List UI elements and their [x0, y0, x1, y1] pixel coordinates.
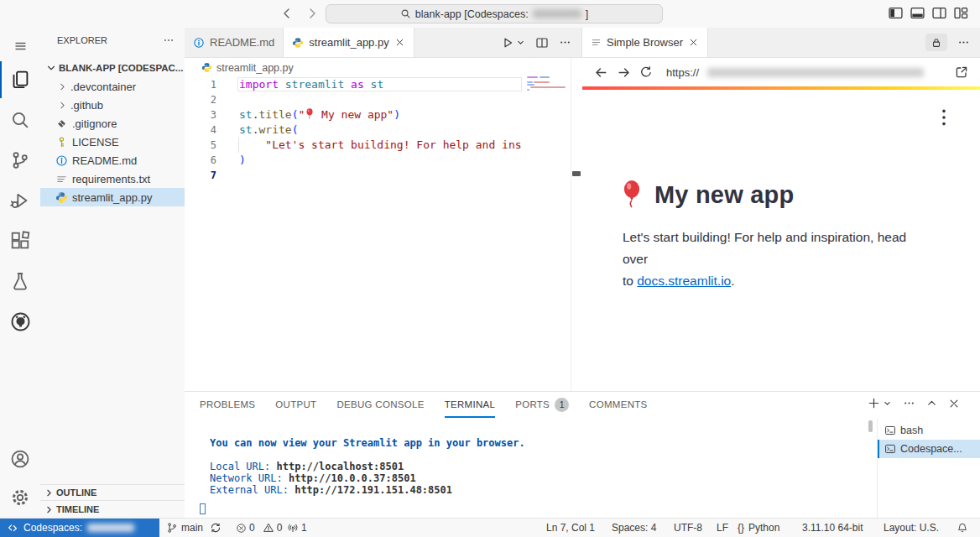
- error-count: 0: [249, 522, 255, 534]
- toggle-secondary-sidebar-icon[interactable]: [932, 7, 946, 19]
- arrow-right-icon: [305, 7, 319, 20]
- history-forward-button[interactable]: [302, 4, 322, 23]
- more-actions-icon[interactable]: [163, 34, 175, 46]
- open-external-icon[interactable]: [955, 65, 968, 79]
- encoding-status[interactable]: UTF-8: [674, 519, 702, 537]
- more-actions-icon[interactable]: [903, 397, 915, 409]
- editor-tab-bar: README.md streamlit_app.py: [185, 28, 581, 58]
- browser-tab-bar: Simple Browser: [582, 28, 980, 58]
- close-icon[interactable]: [688, 37, 699, 48]
- preview-file-icon: [591, 37, 602, 48]
- more-actions-icon[interactable]: [559, 36, 571, 49]
- tree-item-readme[interactable]: README.md: [40, 151, 185, 169]
- ports-status[interactable]: 1: [287, 519, 307, 537]
- ports-badge: 1: [555, 398, 569, 412]
- files-icon: [10, 70, 30, 90]
- branch-status[interactable]: main: [166, 519, 222, 537]
- split-editor-icon[interactable]: [535, 36, 549, 50]
- browser-forward-icon[interactable]: [617, 65, 631, 80]
- run-dropdown-chevron-icon[interactable]: [516, 38, 525, 47]
- python-version-status[interactable]: 3.11.10 64-bit: [802, 519, 863, 537]
- browser-reload-icon[interactable]: [639, 65, 653, 79]
- tree-item-gitignore[interactable]: .gitignore: [40, 114, 185, 133]
- extensions-icon: [10, 231, 30, 251]
- tab-terminal[interactable]: TERMINAL: [445, 392, 496, 418]
- eol-status[interactable]: LF: [717, 519, 728, 537]
- line-number: 3: [185, 107, 220, 123]
- sidebar-item-explorer[interactable]: [0, 61, 40, 98]
- notifications-button[interactable]: [957, 519, 968, 537]
- language-status[interactable]: {}Python: [738, 519, 779, 537]
- toggle-panel-icon[interactable]: [910, 7, 925, 19]
- terminal-session-codespace[interactable]: Codespace...: [878, 440, 980, 458]
- terminal-dropdown-chevron-icon[interactable]: [883, 399, 892, 408]
- tab-readme[interactable]: README.md: [185, 28, 284, 57]
- outline-label: OUTLINE: [56, 487, 96, 498]
- tab-ports[interactable]: PORTS1: [515, 392, 569, 418]
- bell-icon: [957, 522, 968, 534]
- panel-scrollbar-thumb[interactable]: [868, 420, 873, 432]
- tree-item-github-folder[interactable]: .github: [40, 96, 185, 114]
- close-panel-icon[interactable]: [948, 398, 960, 409]
- sidebar-item-source-control[interactable]: [0, 142, 40, 179]
- sync-icon[interactable]: [210, 522, 222, 534]
- breadcrumb[interactable]: streamlit_app.py: [185, 58, 581, 77]
- cursor-position[interactable]: Ln 7, Col 1: [546, 519, 595, 537]
- command-center-search[interactable]: blank-app [Codespaces: ]: [326, 4, 663, 23]
- sidebar-item-testing[interactable]: [0, 263, 40, 300]
- keyboard-layout-status[interactable]: Layout: U.S.: [884, 519, 939, 537]
- sidebar-item-run-debug[interactable]: [0, 182, 40, 219]
- minimap[interactable]: [524, 75, 571, 125]
- scrollbar-handle[interactable]: [572, 171, 581, 176]
- tab-comments[interactable]: COMMENTS: [589, 392, 647, 418]
- simple-browser-group: Simple Browser https:// My new app: [582, 28, 980, 391]
- streamlit-menu-icon[interactable]: [941, 108, 946, 127]
- settings-button[interactable]: [0, 479, 40, 516]
- indentation-status[interactable]: Spaces: 4: [612, 519, 656, 537]
- docs-streamlit-link[interactable]: docs.streamlit.io: [637, 274, 731, 288]
- sidebar-item-extensions[interactable]: [0, 222, 40, 259]
- lock-group-button[interactable]: [925, 34, 947, 51]
- history-back-button[interactable]: [277, 4, 297, 23]
- customize-layout-icon[interactable]: [954, 7, 968, 19]
- tab-debug-console[interactable]: DEBUG CONSOLE: [336, 392, 424, 418]
- balloon-emoji-icon: [305, 108, 315, 120]
- code-line: [239, 92, 522, 107]
- account-button[interactable]: [0, 441, 40, 477]
- menu-button[interactable]: [0, 28, 40, 65]
- tab-simple-browser[interactable]: Simple Browser: [582, 28, 708, 57]
- more-actions-icon[interactable]: [957, 36, 970, 49]
- editor-actions: [501, 28, 581, 57]
- explorer-root-folder[interactable]: BLANK-APP [CODESPAC...: [40, 59, 185, 77]
- tab-problems[interactable]: PROBLEMS: [200, 392, 255, 418]
- tab-streamlit-app[interactable]: streamlit_app.py: [284, 28, 414, 57]
- close-icon[interactable]: [394, 37, 405, 48]
- vscode-window: blank-app [Codespaces: ]: [0, 0, 980, 537]
- workspace-title: blank-app [Codespaces:: [415, 8, 529, 20]
- terminal-output[interactable]: You can now view your Streamlit app in y…: [210, 437, 525, 496]
- terminal-session-bash[interactable]: bash: [878, 421, 980, 440]
- tree-item-devcontainer[interactable]: .devcontainer: [40, 77, 185, 96]
- info-icon: [55, 154, 68, 167]
- code-editor[interactable]: 1import streamlit as st 2 3st.title(" My…: [185, 77, 571, 183]
- remote-indicator[interactable]: Codespaces:: [0, 519, 159, 537]
- new-terminal-icon[interactable]: [868, 397, 880, 409]
- problems-status[interactable]: 0 0: [236, 519, 282, 537]
- tree-item-streamlit-app[interactable]: streamlit_app.py: [40, 188, 185, 206]
- redacted-url[interactable]: [707, 68, 924, 77]
- braces-icon: {}: [738, 522, 744, 534]
- maximize-panel-icon[interactable]: [926, 398, 937, 409]
- sidebar-item-search[interactable]: [0, 102, 40, 138]
- text-file-icon: [55, 173, 68, 185]
- editor-scrollbar[interactable]: [571, 58, 582, 391]
- tree-item-license[interactable]: LICENSE: [40, 133, 185, 151]
- run-button[interactable]: [501, 36, 514, 50]
- tree-item-requirements[interactable]: requirements.txt: [40, 169, 185, 188]
- browser-back-icon[interactable]: [594, 65, 608, 80]
- outline-section[interactable]: OUTLINE: [40, 484, 185, 500]
- hamburger-menu-icon: [13, 39, 29, 53]
- timeline-section[interactable]: TIMELINE: [40, 500, 185, 518]
- sidebar-item-github[interactable]: [0, 303, 40, 340]
- tab-output[interactable]: OUTPUT: [275, 392, 316, 418]
- toggle-primary-sidebar-icon[interactable]: [889, 7, 903, 19]
